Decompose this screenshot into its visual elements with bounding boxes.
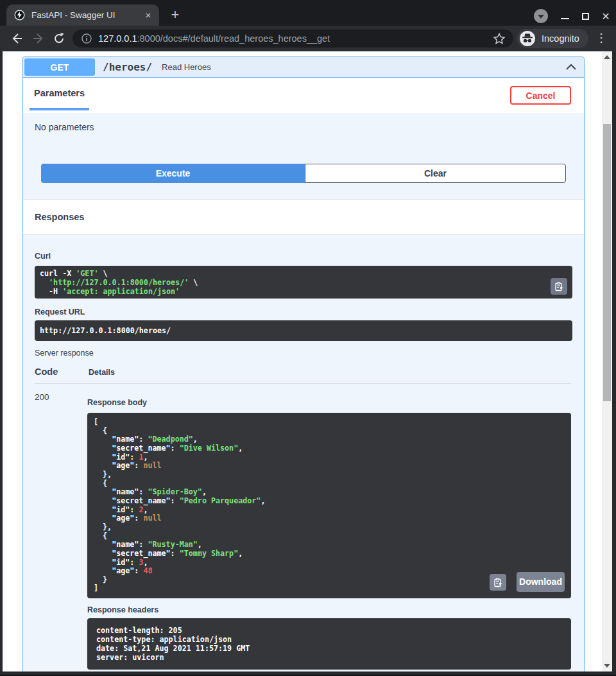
browser-tab-strip: FastAPI - Swagger UI × + × — [0, 0, 616, 26]
endpoint-path: /heroes/ — [103, 61, 152, 73]
browser-menu-icon[interactable]: ⋮ — [595, 31, 607, 45]
responses-body: Curl curl -X 'GET' \ 'http://127.0.0.1:8… — [23, 235, 584, 670]
response-body-block: [ { "name": "Deadpond", "secret_name": "… — [87, 413, 571, 598]
copy-response-button[interactable] — [490, 574, 506, 591]
curl-command-block: curl -X 'GET' \ 'http://127.0.0.1:8000/h… — [35, 266, 572, 299]
url-text: 127.0.0.1:8000/docs#/default/read_heroes… — [98, 33, 493, 44]
window-frame-right — [612, 51, 616, 676]
responses-title: Responses — [35, 212, 84, 222]
download-button[interactable]: Download — [517, 572, 565, 592]
request-url-block: http://127.0.0.1:8000/heroes/ — [35, 320, 572, 341]
server-response-label: Server response — [35, 349, 571, 358]
fastapi-favicon-icon — [14, 10, 25, 21]
cancel-button[interactable]: Cancel — [510, 86, 571, 105]
parameters-header: Parameters Cancel — [23, 78, 584, 113]
response-headers-block: content-length: 205 content-type: applic… — [87, 618, 571, 670]
request-url-label: Request URL — [35, 308, 571, 316]
site-info-icon[interactable] — [81, 33, 92, 44]
no-parameters-text: No parameters — [23, 113, 584, 132]
browser-tab[interactable]: FastAPI - Swagger UI × — [6, 4, 159, 26]
opblock-body: No parameters Execute Clear Responses Cu… — [23, 113, 584, 670]
code-column-header: Code — [35, 367, 89, 377]
tab-parameters[interactable]: Parameters — [34, 88, 85, 98]
swagger-page: GET /heroes/ Read Heroes Parameters Canc… — [3, 51, 602, 672]
url-bar[interactable]: 127.0.0.1:8000/docs#/default/read_heroes… — [73, 30, 513, 48]
opblock-get-heroes: GET /heroes/ Read Heroes Parameters Canc… — [22, 56, 585, 672]
page-scrollbar[interactable] — [602, 51, 612, 672]
response-row-200: 200 Response body [ { "name": "Deadpond"… — [35, 384, 571, 670]
browser-toolbar: 127.0.0.1:8000/docs#/default/read_heroes… — [0, 26, 616, 51]
window-maximize-button[interactable] — [582, 13, 589, 20]
response-table-header: Code Details — [35, 367, 571, 384]
method-badge: GET — [24, 58, 95, 76]
execute-button[interactable]: Execute — [41, 164, 305, 183]
bookmark-star-icon[interactable] — [493, 32, 506, 45]
status-code: 200 — [35, 384, 87, 670]
new-tab-button[interactable]: + — [167, 7, 184, 24]
window-menu-button[interactable] — [534, 9, 548, 23]
collapse-chevron-icon[interactable] — [565, 61, 578, 74]
details-column-header: Details — [89, 368, 115, 377]
window-minimize-button[interactable] — [561, 18, 569, 19]
scrollbar-down-arrow[interactable] — [604, 664, 610, 668]
window-frame-left — [0, 51, 3, 676]
window-frame-bottom — [0, 672, 616, 676]
scrollbar-thumb[interactable] — [603, 124, 611, 401]
tab-close-icon[interactable]: × — [142, 10, 154, 21]
window-close-button[interactable]: × — [602, 11, 610, 21]
response-body-label: Response body — [87, 398, 571, 407]
copy-curl-button[interactable] — [551, 278, 567, 295]
incognito-label: Incognito — [542, 33, 579, 44]
forward-button[interactable] — [31, 31, 46, 46]
response-headers-label: Response headers — [87, 605, 571, 614]
clear-button[interactable]: Clear — [305, 164, 566, 183]
incognito-badge: Incognito — [517, 29, 588, 48]
tab-title: FastAPI - Swagger UI — [31, 10, 142, 20]
reload-button[interactable] — [52, 31, 66, 46]
back-button[interactable] — [10, 31, 24, 46]
endpoint-summary: Read Heroes — [162, 62, 565, 72]
curl-label: Curl — [35, 252, 571, 261]
responses-section-header: Responses — [23, 199, 584, 235]
opblock-summary[interactable]: GET /heroes/ Read Heroes — [23, 57, 584, 78]
active-tab-underline — [30, 108, 89, 110]
clipboard-icon — [493, 577, 503, 587]
incognito-icon — [519, 30, 536, 47]
clipboard-icon — [554, 281, 564, 291]
scrollbar-up-arrow[interactable] — [604, 55, 610, 59]
